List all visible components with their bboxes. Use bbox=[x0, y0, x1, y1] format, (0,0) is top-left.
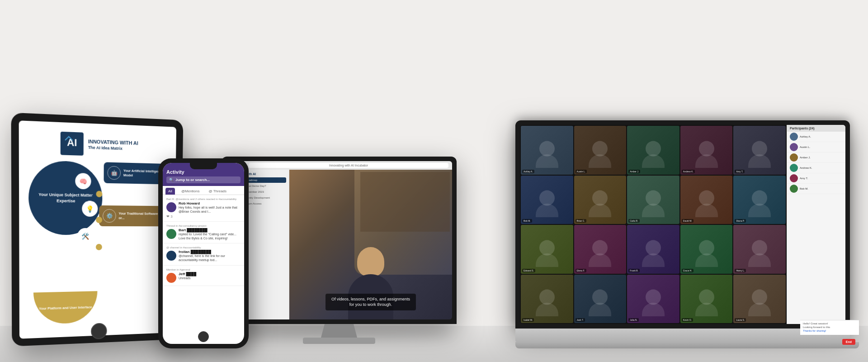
zoom-participant-6: Bob M. bbox=[787, 184, 845, 194]
zoom-cell-13: Frank B. bbox=[627, 225, 679, 274]
zoom-participant-3: Amber J. bbox=[787, 152, 845, 163]
connector-dot-1 bbox=[96, 191, 102, 197]
zoom-cell-11: Edward S. bbox=[521, 225, 573, 274]
monitor-base bbox=[303, 338, 375, 344]
person-body-7 bbox=[589, 204, 611, 217]
phone-screen: Activity 🔍 Jump to or search... All @Men… bbox=[163, 163, 244, 344]
monitor-screen: Innovating with AI Incubator Innovating … bbox=[226, 161, 452, 319]
diagram-main-circle: Your Unique Subject Matter Expertise bbox=[28, 160, 103, 235]
circle-icon-mid: 💡 bbox=[82, 200, 98, 217]
zoom-name-17: Jack T. bbox=[576, 318, 585, 322]
person-body-13 bbox=[642, 253, 665, 267]
zoom-name-9: David W. bbox=[682, 219, 693, 223]
bookshelf-bg bbox=[360, 172, 450, 232]
diagram-software-label: Your Traditional Software or... bbox=[118, 212, 163, 221]
zoom-name-10: Diana P. bbox=[735, 219, 746, 223]
monitor-device: Innovating with AI Incubator Innovating … bbox=[222, 157, 457, 344]
caption-text: Of videos, lessons, PDFs, and assignment… bbox=[326, 294, 416, 310]
text-rob: Hey folks, hope all is well! Just a note… bbox=[166, 205, 241, 214]
zoom-name-7: Brian C. bbox=[576, 219, 586, 223]
diagram-ai-icon: 🤖 bbox=[107, 166, 121, 180]
phone-home-button[interactable] bbox=[198, 331, 209, 342]
zoom-sidebar-header: Participants (24) bbox=[787, 125, 845, 132]
zoom-cell-15: Henry L. bbox=[733, 225, 786, 274]
zoom-participants-panel: Participants (24) Ashley A. Austin L. Am… bbox=[787, 125, 845, 324]
tablet-logo: AI INNOVATING WITH AI The AI Idea Matrix bbox=[61, 132, 138, 157]
zoom-name-20: Laura S. bbox=[735, 318, 746, 322]
phone-notch bbox=[190, 163, 217, 169]
diagram-bottom-text: Your Platform and User Interface bbox=[35, 301, 96, 314]
chrome-url-bar[interactable]: Innovating with AI Incubator bbox=[249, 163, 448, 168]
zoom-participant-name-3: Amber J. bbox=[800, 156, 811, 159]
zoom-cell-20: Laura S. bbox=[733, 275, 786, 324]
activity-item-3: @ channel in #accountability froilan ███… bbox=[163, 243, 244, 265]
monitor-video-area: Of videos, lessons, PDFs, and assignment… bbox=[289, 170, 452, 319]
tab-threads[interactable]: @ Threads bbox=[206, 188, 229, 195]
zoom-participant-avatar-1 bbox=[790, 133, 798, 141]
zoom-cell-2: Austin L. bbox=[574, 126, 627, 175]
diagram-bottom-arc: Your Platform and User Interface bbox=[33, 291, 97, 324]
tablet-device: AI INNOVATING WITH AI The AI Idea Matrix… bbox=[11, 113, 183, 347]
zoom-name-19: Kevin O. bbox=[682, 318, 693, 322]
person-body-16 bbox=[536, 303, 558, 316]
zoom-participant-avatar-5 bbox=[790, 174, 798, 182]
tablet-diagram: Your Unique Subject Matter Expertise You… bbox=[28, 158, 167, 329]
person-body-2 bbox=[589, 154, 611, 168]
zoom-name-16: Isabel M. bbox=[522, 318, 534, 322]
zoom-cell-12: Elena F. bbox=[574, 225, 627, 274]
text-jeff: Unreads bbox=[166, 276, 241, 280]
phone-header-title: Activity bbox=[166, 169, 241, 175]
zoom-participant-4: Andrew K. bbox=[787, 163, 845, 173]
person-body-14 bbox=[695, 253, 718, 267]
zoom-name-2: Austin L. bbox=[576, 170, 587, 173]
reaction-rob: ❤ 3 bbox=[166, 214, 241, 219]
zoom-name-8: Carla R. bbox=[628, 219, 639, 223]
monitor-caption: Of videos, lessons, PDFs, and assignment… bbox=[289, 294, 452, 310]
zoom-cell-6: Bob M. bbox=[521, 176, 573, 224]
monitor-stand bbox=[321, 324, 357, 338]
zoom-cell-5: Amy T. bbox=[733, 126, 786, 175]
laptop-screen: Ashley A. Austin L. Amber J. bbox=[520, 125, 845, 324]
activity-content-2: Bart ████████ replied to: Loved the "Cal… bbox=[166, 228, 241, 240]
laptop-base bbox=[515, 342, 859, 348]
zoom-cell-3: Amber J. bbox=[627, 126, 679, 175]
text-bart: replied to: Loved the "Calling card" vid… bbox=[166, 232, 241, 240]
phone-tabs: All @Mentions @ Threads bbox=[163, 186, 244, 195]
connector-dot-3 bbox=[96, 244, 102, 250]
circle-icon-bot: 🛠️ bbox=[77, 228, 93, 244]
activity-content-3: froilan ████████ @channel, here is the l… bbox=[166, 250, 241, 262]
person-body-8 bbox=[642, 204, 665, 217]
tablet-screen: AI INNOVATING WITH AI The AI Idea Matrix… bbox=[19, 120, 176, 338]
text-froilan: @channel, here is the link for our accou… bbox=[166, 254, 241, 262]
connector-dot-2 bbox=[96, 217, 102, 223]
tablet-home-button[interactable] bbox=[91, 323, 107, 339]
zoom-cell-8: Carla R. bbox=[627, 176, 679, 224]
diagram-software-icon: ⚙️ bbox=[103, 209, 116, 223]
zoom-cell-1: Ashley A. bbox=[521, 126, 573, 175]
zoom-participant-5: Amy T. bbox=[787, 173, 845, 184]
laptop-keyboard bbox=[515, 329, 850, 342]
activity-meta-2: Thread in #ai-consultancy-project bbox=[166, 224, 241, 227]
zoom-participant-avatar-4 bbox=[790, 164, 798, 172]
monitor-video-bg: Of videos, lessons, PDFs, and assignment… bbox=[289, 170, 452, 319]
phone-activity-feed: Bart R. @mentions and 2 others reacted i… bbox=[163, 195, 244, 329]
activity-item-2: Thread in #ai-consultancy-project Bart █… bbox=[163, 222, 244, 243]
user-jeff: Jeff ████ bbox=[166, 272, 241, 276]
laptop-screen-body: Ashley A. Austin L. Amber J. bbox=[515, 120, 850, 329]
zoom-cell-19: Kevin O. bbox=[680, 275, 733, 324]
zoom-name-18: Julia N. bbox=[628, 318, 639, 322]
tab-all[interactable]: All bbox=[165, 188, 175, 195]
tab-mentions[interactable]: @Mentions bbox=[179, 188, 203, 195]
search-icon: 🔍 bbox=[169, 178, 174, 182]
person-body-19 bbox=[695, 303, 718, 316]
person-body-12 bbox=[589, 253, 611, 267]
tablet-logo-text: INNOVATING WITH AI The AI Idea Matrix bbox=[88, 139, 138, 151]
laptop-device: Ashley A. Austin L. Amber J. bbox=[515, 120, 859, 348]
zoom-cell-18: Julia N. bbox=[627, 275, 679, 324]
person-body-3 bbox=[642, 154, 665, 168]
zoom-cell-4: Andrew K. bbox=[680, 126, 733, 175]
zoom-participant-name-4: Andrew K. bbox=[800, 167, 812, 169]
phone-search-bar[interactable]: 🔍 Jump to or search... bbox=[166, 176, 241, 183]
person-body-18 bbox=[642, 303, 665, 316]
zoom-name-3: Amber J. bbox=[628, 170, 640, 173]
